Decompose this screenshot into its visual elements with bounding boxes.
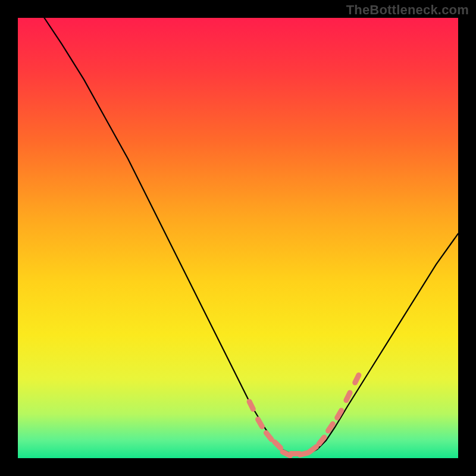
valley-marker <box>328 424 333 431</box>
valley-marker <box>346 393 350 400</box>
valley-marker <box>258 419 262 427</box>
valley-marker <box>300 453 308 455</box>
valley-marker <box>266 433 271 440</box>
valley-marker <box>355 375 359 383</box>
watermark-text: TheBottleneck.com <box>346 2 469 18</box>
plot-area <box>18 18 458 458</box>
valley-marker <box>337 411 342 418</box>
valley-marker <box>249 402 253 409</box>
chart-svg <box>18 18 458 458</box>
chart-frame: TheBottleneck.com <box>0 0 476 476</box>
curve-line <box>44 18 458 454</box>
valley-marker <box>275 442 281 448</box>
